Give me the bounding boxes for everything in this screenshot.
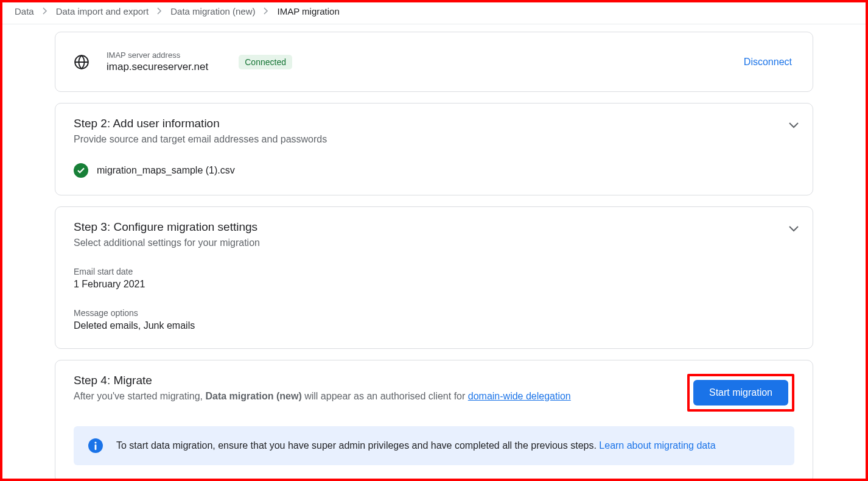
start-migration-button[interactable]: Start migration: [693, 380, 788, 406]
message-options-field: Message options Deleted emails, Junk ema…: [74, 308, 794, 331]
breadcrumb-item-data-migration[interactable]: Data migration (new): [170, 6, 255, 16]
chevron-down-icon[interactable]: [788, 224, 799, 235]
chevron-right-icon: [43, 7, 47, 16]
step4-sub-mid: will appear as an authorised client for: [302, 391, 468, 401]
step4-card: Step 4: Migrate After you've started mig…: [55, 360, 813, 481]
domain-wide-delegation-link[interactable]: domain-wide delegation: [468, 391, 571, 401]
step3-card[interactable]: Step 3: Configure migration settings Sel…: [55, 206, 813, 349]
email-start-date-field: Email start date 1 February 2021: [74, 267, 794, 290]
step3-title: Step 3: Configure migration settings: [74, 220, 794, 234]
check-circle-icon: [74, 163, 88, 178]
email-start-date-value: 1 February 2021: [74, 279, 794, 290]
info-banner: To start data migration, ensure that you…: [74, 426, 794, 465]
status-badge: Connected: [239, 55, 292, 69]
uploaded-file-row: migration_maps_sample (1).csv: [74, 163, 794, 178]
email-start-date-label: Email start date: [74, 267, 794, 276]
info-icon: [88, 438, 103, 453]
disconnect-button[interactable]: Disconnect: [744, 57, 792, 68]
globe-icon: [74, 54, 89, 70]
step2-title: Step 2: Add user information: [74, 117, 794, 130]
breadcrumb-item-imap-migration: IMAP migration: [277, 6, 339, 16]
server-address-label: IMAP server address: [107, 51, 208, 60]
chevron-down-icon[interactable]: [788, 121, 799, 132]
breadcrumb: Data Data import and export Data migrati…: [0, 0, 868, 24]
step4-sub-bold: Data migration (new): [205, 391, 301, 401]
imap-server-card: IMAP server address imap.secureserver.ne…: [55, 32, 813, 92]
breadcrumb-item-data[interactable]: Data: [15, 6, 34, 16]
step2-subtitle: Provide source and target email addresse…: [74, 134, 794, 145]
info-text: To start data migration, ensure that you…: [116, 440, 599, 451]
step4-sub-prefix: After you've started migrating,: [74, 391, 205, 401]
uploaded-file-name: migration_maps_sample (1).csv: [97, 165, 235, 176]
message-options-value: Deleted emails, Junk emails: [74, 320, 794, 331]
chevron-right-icon: [157, 7, 162, 16]
breadcrumb-item-import-export[interactable]: Data import and export: [56, 6, 149, 16]
svg-point-1: [94, 441, 96, 443]
step2-card[interactable]: Step 2: Add user information Provide sou…: [55, 103, 813, 195]
step3-subtitle: Select additional settings for your migr…: [74, 237, 794, 248]
chevron-right-icon: [264, 7, 268, 16]
learn-about-migrating-link[interactable]: Learn about migrating data: [599, 440, 715, 451]
step4-title: Step 4: Migrate: [74, 374, 675, 387]
svg-rect-2: [95, 444, 97, 450]
step4-subtitle: After you've started migrating, Data mig…: [74, 391, 675, 402]
annotation-highlight: Start migration: [687, 374, 794, 412]
message-options-label: Message options: [74, 308, 794, 318]
server-address-value: imap.secureserver.net: [107, 61, 208, 73]
